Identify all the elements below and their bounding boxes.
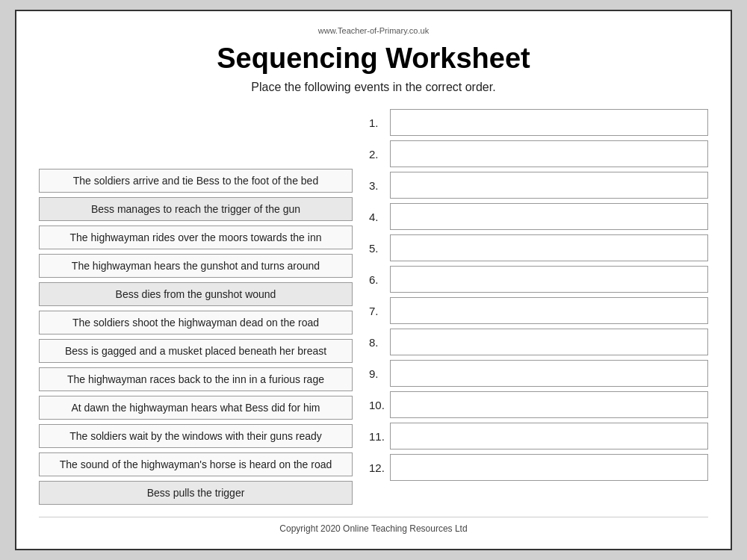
event-card-10[interactable]: The soldiers wait by the windows with th… (39, 424, 353, 448)
answer-box-11[interactable] (390, 423, 708, 449)
number-label-6: 6. (368, 273, 390, 286)
answer-column: 1.2.3.4.5.6.7.8.9.10.11.12. (368, 109, 708, 481)
event-card-9[interactable]: At dawn the highwayman hears what Bess d… (39, 396, 353, 420)
number-label-12: 12. (368, 461, 390, 474)
answer-box-8[interactable] (390, 329, 708, 355)
event-card-11[interactable]: The sound of the highwayman's horse is h… (39, 452, 353, 476)
content-area: The soldiers arrive and tie Bess to the … (39, 109, 708, 505)
answer-row-5: 5. (368, 234, 708, 261)
answer-row-6: 6. (368, 266, 708, 293)
answer-box-3[interactable] (390, 172, 708, 199)
event-card-3[interactable]: The highwayman rides over the moors towa… (39, 225, 353, 249)
answer-row-4: 4. (368, 203, 708, 230)
answer-box-7[interactable] (390, 297, 708, 324)
answer-row-9: 9. (368, 360, 708, 387)
number-label-1: 1. (368, 116, 390, 129)
event-card-7[interactable]: Bess is gagged and a musket placed benea… (39, 339, 353, 363)
page-title: Sequencing Worksheet (39, 43, 708, 75)
answer-row-7: 7. (368, 297, 708, 324)
event-card-5[interactable]: Bess dies from the gunshot wound (39, 282, 353, 306)
answer-box-10[interactable] (390, 391, 708, 418)
number-label-8: 8. (368, 336, 390, 349)
event-card-6[interactable]: The soldiers shoot the highwayman dead o… (39, 311, 353, 335)
answer-box-2[interactable] (390, 140, 708, 167)
answer-row-1: 1. (368, 109, 708, 136)
number-label-10: 10. (368, 399, 390, 411)
answer-box-4[interactable] (390, 203, 708, 230)
number-label-4: 4. (368, 211, 390, 223)
website-url: www.Teacher-of-Primary.co.uk (39, 26, 708, 35)
event-card-12[interactable]: Bess pulls the trigger (39, 481, 353, 505)
answer-row-3: 3. (368, 172, 708, 199)
event-card-4[interactable]: The highwayman hears the gunshot and tur… (39, 254, 353, 278)
answer-box-5[interactable] (390, 234, 708, 261)
number-label-9: 9. (368, 367, 390, 380)
number-label-5: 5. (368, 242, 390, 255)
number-label-7: 7. (368, 305, 390, 317)
event-card-2[interactable]: Bess manages to reach the trigger of the… (39, 197, 353, 221)
answer-row-2: 2. (368, 140, 708, 167)
answer-row-12: 12. (368, 454, 708, 481)
number-label-2: 2. (368, 148, 390, 161)
answer-row-10: 10. (368, 391, 708, 418)
event-card-1[interactable]: The soldiers arrive and tie Bess to the … (39, 169, 353, 193)
answer-box-1[interactable] (390, 109, 708, 136)
answer-box-6[interactable] (390, 266, 708, 293)
answer-box-12[interactable] (390, 454, 708, 481)
number-label-11: 11. (368, 430, 390, 443)
answer-box-9[interactable] (390, 360, 708, 387)
answer-row-11: 11. (368, 423, 708, 449)
number-label-3: 3. (368, 179, 390, 192)
event-card-8[interactable]: The highwayman races back to the inn in … (39, 367, 353, 391)
page-subtitle: Place the following events in the correc… (39, 81, 708, 94)
answer-row-8: 8. (368, 329, 708, 355)
events-list: The soldiers arrive and tie Bess to the … (39, 169, 353, 505)
footer-copyright: Copyright 2020 Online Teaching Resources… (39, 517, 708, 534)
